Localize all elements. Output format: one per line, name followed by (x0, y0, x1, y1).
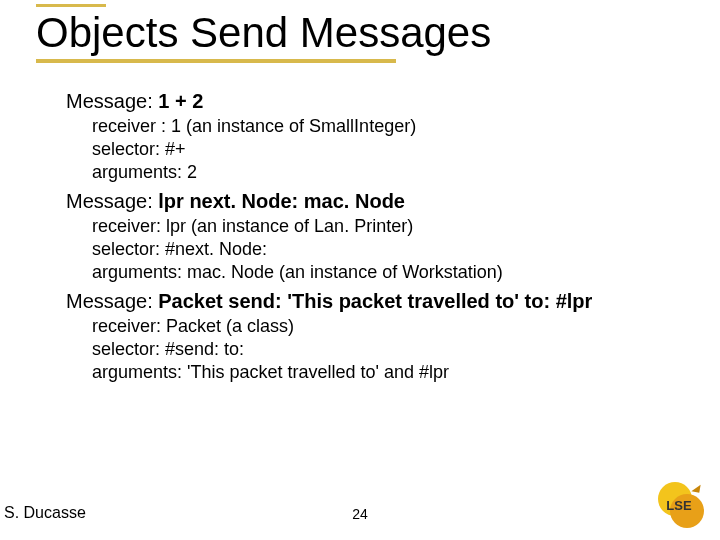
accent-bar-under (36, 59, 396, 63)
slide-title: Objects Send Messages (36, 9, 491, 57)
message-label: Message: (66, 190, 158, 212)
receiver-line: receiver : 1 (an instance of SmallIntege… (92, 115, 686, 138)
message-heading-1: Message: 1 + 2 (66, 90, 686, 113)
slide: Objects Send Messages Message: 1 + 2 rec… (0, 0, 720, 540)
receiver-line: receiver: Packet (a class) (92, 315, 686, 338)
arguments-line: arguments: mac. Node (an instance of Wor… (92, 261, 686, 284)
title-block: Objects Send Messages (36, 4, 491, 63)
message-label: Message: (66, 290, 158, 312)
message-expr: 1 + 2 (158, 90, 203, 112)
message-details-2: receiver: lpr (an instance of Lan. Print… (92, 215, 686, 284)
lse-logo-icon: LSE (654, 480, 704, 530)
message-label: Message: (66, 90, 158, 112)
message-details-1: receiver : 1 (an instance of SmallIntege… (92, 115, 686, 184)
receiver-line: receiver: lpr (an instance of Lan. Print… (92, 215, 686, 238)
arguments-line: arguments: 2 (92, 161, 686, 184)
arguments-line: arguments: 'This packet travelled to' an… (92, 361, 686, 384)
slide-body: Message: 1 + 2 receiver : 1 (an instance… (66, 84, 686, 384)
message-heading-2: Message: lpr next. Node: mac. Node (66, 190, 686, 213)
logo-text: LSE (654, 480, 704, 530)
message-heading-3: Message: Packet send: 'This packet trave… (66, 290, 686, 313)
message-expr: lpr next. Node: mac. Node (158, 190, 405, 212)
selector-line: selector: #send: to: (92, 338, 686, 361)
page-number: 24 (352, 506, 368, 522)
selector-line: selector: #+ (92, 138, 686, 161)
accent-bar-top (36, 4, 106, 7)
message-expr: Packet send: 'This packet travelled to' … (158, 290, 592, 312)
message-details-3: receiver: Packet (a class) selector: #se… (92, 315, 686, 384)
selector-line: selector: #next. Node: (92, 238, 686, 261)
author-label: S. Ducasse (4, 504, 86, 522)
